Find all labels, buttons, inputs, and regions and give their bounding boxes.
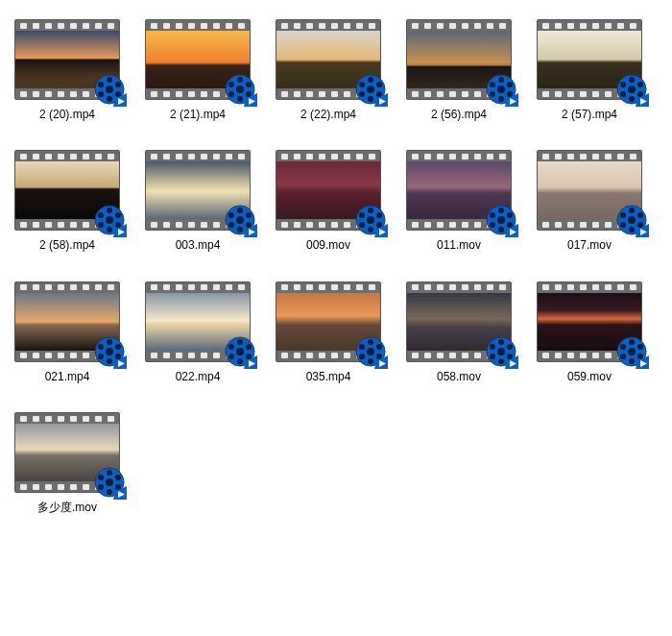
svg-point-8	[98, 82, 104, 87]
svg-point-116	[359, 344, 365, 350]
video-thumbnail[interactable]	[406, 281, 512, 362]
svg-point-87	[629, 227, 635, 232]
file-name-label: 003.mp4	[176, 238, 221, 252]
svg-point-83	[628, 216, 636, 224]
video-thumbnail[interactable]	[145, 150, 251, 231]
svg-point-15	[237, 96, 243, 102]
svg-point-140	[115, 484, 121, 490]
svg-point-111	[368, 339, 373, 345]
file-item[interactable]: 009.mov	[271, 150, 386, 252]
file-name-label: 021.mp4	[45, 370, 90, 383]
svg-point-52	[98, 222, 104, 228]
svg-point-58	[246, 212, 252, 218]
svg-point-76	[507, 212, 513, 218]
svg-point-138	[107, 470, 112, 476]
video-thumbnail[interactable]	[14, 150, 120, 231]
svg-point-24	[368, 96, 373, 102]
svg-point-128	[628, 348, 636, 355]
video-thumbnail[interactable]	[406, 150, 512, 231]
svg-point-43	[620, 91, 626, 97]
svg-point-39	[629, 77, 635, 83]
svg-point-42	[629, 96, 635, 102]
video-thumbnail[interactable]	[406, 19, 512, 100]
file-name-label: 多少度.mov	[37, 501, 97, 514]
svg-point-11	[236, 86, 244, 93]
video-thumbnail[interactable]	[537, 150, 642, 231]
video-thumbnail[interactable]	[14, 19, 120, 100]
svg-point-34	[490, 91, 495, 97]
svg-point-143	[98, 475, 104, 480]
svg-point-77	[507, 222, 513, 228]
svg-point-75	[498, 208, 504, 213]
svg-point-20	[367, 86, 374, 93]
svg-point-112	[376, 344, 382, 350]
svg-point-14	[246, 91, 252, 97]
video-thumbnail[interactable]	[14, 412, 120, 493]
file-name-label: 058.mov	[437, 370, 481, 383]
file-item[interactable]: 多少度.mov	[10, 412, 125, 514]
svg-point-61	[228, 222, 234, 228]
video-overlay-icon	[614, 334, 649, 369]
video-thumbnail[interactable]	[145, 19, 251, 100]
file-item[interactable]: 2 (58).mp4	[10, 150, 125, 252]
files-grid: 2 (20).mp42 (21).mp42 (22).mp42 (56).mp4…	[10, 19, 662, 515]
svg-point-125	[490, 344, 495, 350]
file-item[interactable]: 058.mov	[401, 281, 516, 383]
file-item[interactable]: 2 (56).mp4	[401, 19, 516, 121]
file-item[interactable]: 2 (21).mp4	[140, 19, 255, 121]
svg-point-107	[228, 344, 234, 350]
svg-point-133	[620, 354, 626, 359]
file-name-label: 2 (20).mp4	[39, 108, 95, 121]
svg-point-132	[629, 358, 635, 364]
svg-point-142	[98, 484, 104, 490]
svg-point-124	[490, 354, 495, 359]
video-overlay-icon	[484, 203, 518, 237]
svg-point-32	[507, 91, 513, 97]
video-overlay-icon	[614, 203, 649, 237]
svg-point-38	[628, 86, 636, 93]
file-item[interactable]: 017.mov	[532, 150, 647, 252]
svg-point-53	[98, 212, 104, 218]
file-item[interactable]: 022.mp4	[140, 281, 255, 383]
svg-point-130	[637, 344, 643, 350]
file-item[interactable]: 035.mp4	[271, 281, 386, 383]
svg-point-113	[376, 354, 382, 359]
svg-point-97	[98, 354, 104, 359]
file-item[interactable]: 2 (57).mp4	[532, 19, 647, 121]
video-thumbnail[interactable]	[276, 150, 381, 231]
video-thumbnail[interactable]	[14, 281, 120, 362]
svg-point-17	[228, 82, 234, 87]
svg-point-22	[376, 82, 382, 87]
svg-point-88	[620, 222, 626, 228]
file-item[interactable]: 011.mov	[401, 150, 516, 252]
video-thumbnail[interactable]	[537, 19, 642, 100]
svg-point-16	[228, 91, 234, 97]
svg-point-51	[107, 227, 112, 232]
svg-point-84	[629, 208, 635, 213]
svg-point-106	[228, 354, 234, 359]
file-item[interactable]: 003.mp4	[140, 150, 255, 252]
video-thumbnail[interactable]	[276, 19, 381, 100]
video-overlay-icon	[223, 334, 257, 369]
svg-point-120	[498, 339, 504, 345]
svg-point-68	[376, 222, 382, 228]
svg-point-47	[106, 216, 113, 224]
svg-point-56	[236, 216, 244, 224]
svg-point-30	[498, 77, 504, 83]
svg-point-86	[637, 222, 643, 228]
file-item[interactable]: 021.mp4	[10, 281, 125, 383]
video-thumbnail[interactable]	[145, 281, 251, 362]
svg-point-101	[236, 348, 244, 355]
svg-point-25	[359, 91, 365, 97]
file-item[interactable]: 2 (22).mp4	[271, 19, 386, 121]
file-item[interactable]: 059.mov	[532, 281, 647, 383]
video-overlay-icon	[223, 72, 257, 107]
svg-point-26	[359, 82, 365, 87]
svg-point-139	[115, 475, 121, 480]
video-thumbnail[interactable]	[276, 281, 381, 362]
file-item[interactable]: 2 (20).mp4	[10, 19, 125, 121]
svg-point-79	[490, 222, 495, 228]
video-overlay-icon	[353, 203, 388, 237]
video-thumbnail[interactable]	[537, 281, 642, 362]
svg-point-12	[237, 77, 243, 83]
